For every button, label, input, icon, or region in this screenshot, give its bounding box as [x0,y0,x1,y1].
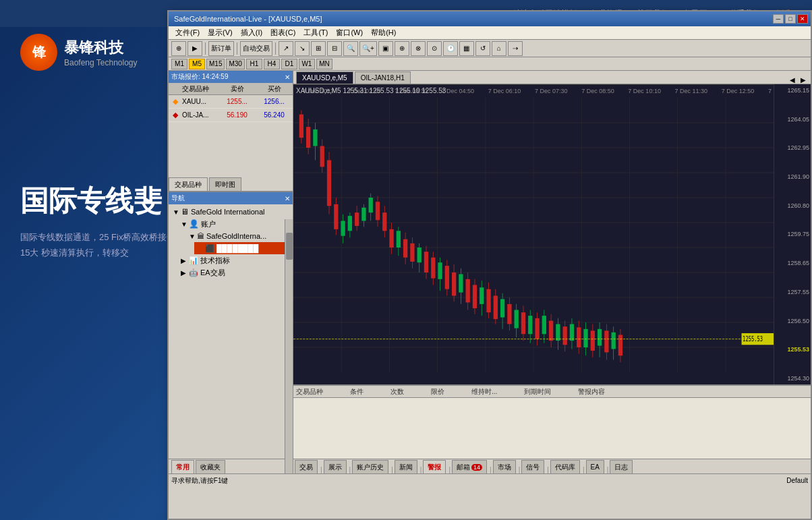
orders-col-maintain: 维持时... [471,387,497,397]
footer-tab-trading[interactable]: 交易 [295,460,318,473]
price-9: 1256.50 [776,318,809,324]
logo-text: 暴锋科技 Baofeng Technology [64,38,138,67]
tab-realtime[interactable]: 即时图 [209,177,241,191]
menu-window[interactable]: 窗口(W) [332,27,367,38]
tree-root[interactable]: ▼ 🖥 SafeGold International [170,206,291,218]
time-4: 7 Dec 04:50 [441,88,474,94]
logo-icon: 锋 [20,34,57,71]
svg-rect-59 [431,258,435,279]
chart-area: XAUUSD,e,M5 OIL-JAN18,H1 ◀ ▶ XAUUSD,e,M5… [293,71,811,473]
footer-tab-log[interactable]: 日志 [610,460,633,473]
tab-trading[interactable]: 交易品种 [169,177,208,191]
svg-rect-63 [445,266,449,289]
footer-tab-news[interactable]: 新闻 [395,460,417,473]
tf-m5[interactable]: M5 [189,59,205,69]
toolbar-btn-a[interactable]: ↗ [279,41,293,56]
toolbar-btn-i[interactable]: ⊗ [411,41,426,56]
market-row-oil[interactable]: ◆ OIL-JA... 56.190 56.240 [169,109,293,122]
market-row-xau[interactable]: ◆ XAUU... 1255... 1256... [169,95,293,109]
oil-icon: ◆ [169,109,182,122]
chart-next-btn[interactable]: ▶ [799,76,808,84]
tree-children-accounts: ▼ 🏛 SafeGoldInterna... ⬛ ████████ [178,230,291,254]
main-area: 市场报价: 14:24:59 ✕ 交易品种 卖价 买价 ◆ XAUU... 12… [169,71,811,473]
orders-section: 交易品种 条件 次数 限价 维持时... 到期时间 警报内容 [293,384,811,459]
website-headline: 国际专线斐 [20,182,162,220]
time-10: 7 Dec 12:50 [722,88,755,94]
svg-rect-69 [466,279,470,303]
toolbar-btn-auto-trade[interactable]: 自动交易 [240,41,272,56]
tree-ea[interactable]: ▶ 🤖 EA交易 [178,266,291,279]
menu-help[interactable]: 帮助(H) [367,27,400,38]
svg-rect-61 [438,262,442,279]
footer-tab-history[interactable]: 账户历史 [352,460,388,473]
orders-body [293,398,811,459]
navigator-close[interactable]: ✕ [285,195,290,202]
footer-tab-mailbox[interactable]: 邮箱 14 [452,460,487,473]
close-button[interactable]: ✕ [797,14,808,24]
bottom-tab-favorites[interactable]: 收藏夹 [196,460,225,473]
svg-rect-73 [480,287,484,304]
tf-mn[interactable]: MN [316,59,332,69]
tree-accounts[interactable]: ▼ 👤 账户 [178,218,291,230]
toolbar-btn-l[interactable]: ↺ [475,41,490,56]
svg-rect-27 [320,146,324,167]
mt4-titlebar: SafeGoldInternational-Live - [XAUUSD,e,M… [169,11,811,26]
time-7: 7 Dec 08:50 [581,88,614,94]
tf-m30[interactable]: M30 [226,59,244,69]
svg-rect-35 [348,216,352,231]
footer-tab-market[interactable]: 市场 [493,460,516,473]
toolbar-clock[interactable]: 🕐 [443,41,458,56]
svg-rect-31 [334,204,338,229]
maximize-button[interactable]: □ [785,14,796,24]
menu-tools[interactable]: 工具(T) [299,27,332,38]
toolbar-btn-m[interactable]: ⌂ [492,41,506,56]
tf-w1[interactable]: W1 [299,59,315,69]
svg-rect-75 [486,289,490,313]
orders-col-condition: 条件 [350,387,364,397]
accounts-label: 账户 [201,219,216,229]
toolbar-btn-n[interactable]: ⇢ [508,41,523,56]
market-tabs: 交易品种 即时图 [169,177,293,192]
menu-chart[interactable]: 图表(C) [266,27,299,38]
footer-tab-signals[interactable]: 信号 [521,460,544,473]
toolbar-btn-b[interactable]: ↘ [295,41,310,56]
broker-icon: 🏛 [197,232,204,240]
toolbar-btn-j[interactable]: ⊙ [427,41,442,56]
toolbar-btn-c[interactable]: ⊞ [311,41,326,56]
bottom-tab-common[interactable]: 常用 [171,460,194,473]
chart-tab-xau[interactable]: XAUUSD,e,M5 [296,71,353,84]
status-default: Default [786,477,808,484]
minimize-button[interactable]: ─ [773,14,784,24]
footer-tab-codebase[interactable]: 代码库 [550,460,580,473]
toolbar-btn-d[interactable]: ⊟ [327,41,342,56]
chart-tab-oil[interactable]: OIL-JAN18,H1 [355,71,411,84]
toolbar-btn-2[interactable]: ▶ [187,41,202,56]
footer-tab-display[interactable]: 展示 [324,460,347,473]
tree-indicators[interactable]: ▶ 📊 技术指标 [178,254,291,266]
menu-view[interactable]: 显示(V) [204,27,237,38]
menu-file[interactable]: 文件(F) [171,27,204,38]
footer-tab-alerts[interactable]: 警报 [423,460,446,473]
tf-h1[interactable]: H1 [246,59,262,69]
toolbar-btn-f[interactable]: 🔍+ [359,41,377,56]
toolbar-btn-new-order[interactable]: 新订单 [208,41,234,56]
tf-h4[interactable]: H4 [264,59,280,69]
footer-tab-ea[interactable]: EA [586,460,604,473]
toolbar-btn-e[interactable]: 🔍 [343,41,358,56]
tf-d1[interactable]: D1 [281,59,297,69]
menu-insert[interactable]: 插入(I) [237,27,266,38]
nav-scrollbar[interactable] [285,219,293,473]
chart-prev-btn[interactable]: ◀ [788,76,797,84]
toolbar-btn-g[interactable]: ▣ [378,41,393,56]
market-watch-close[interactable]: ✕ [285,74,290,81]
tf-m15[interactable]: M15 [206,59,225,69]
toolbar-btn-k[interactable]: ▦ [459,41,474,56]
toolbar-btn-1[interactable]: ⊕ [171,41,186,56]
chart-container[interactable]: XAUUSD,e,M5 1255.31 1255.53 1255.10 1255… [293,84,811,384]
toolbar-btn-h[interactable]: ⊕ [395,41,409,56]
price-4: 1261.90 [776,173,809,180]
tf-m1[interactable]: M1 [171,59,187,69]
tree-account-selected[interactable]: ⬛ ████████ [194,242,291,254]
svg-rect-71 [473,285,477,309]
tree-broker[interactable]: ▼ 🏛 SafeGoldInterna... [186,230,291,242]
